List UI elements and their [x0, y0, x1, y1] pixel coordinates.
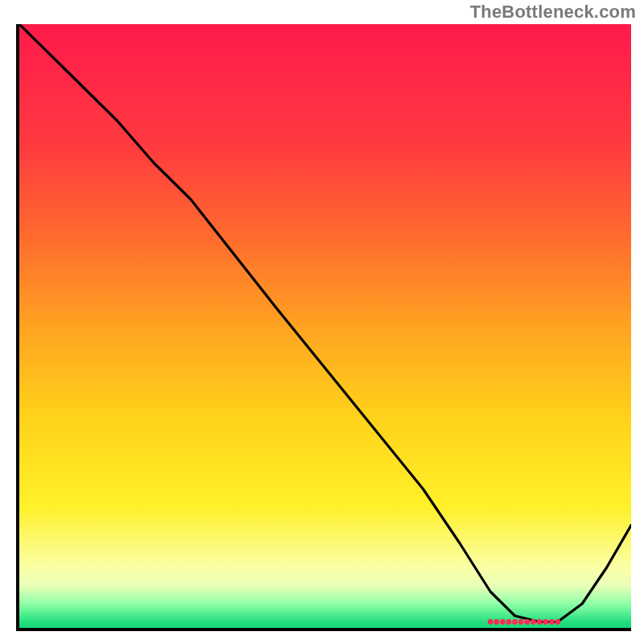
bottleneck-curve: [19, 24, 631, 628]
watermark-text: TheBottleneck.com: [470, 2, 636, 23]
chart-plot-area: [16, 24, 631, 631]
curve-path: [19, 24, 631, 622]
